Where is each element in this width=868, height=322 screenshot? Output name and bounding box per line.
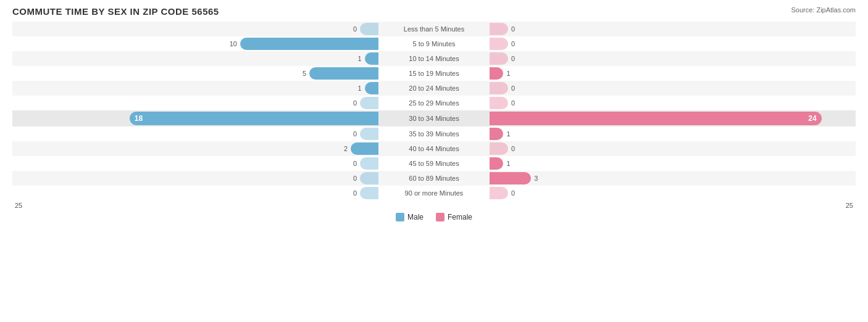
bar-male <box>360 157 378 170</box>
left-section: 0 <box>12 128 378 140</box>
bar-row: 240 to 44 Minutes0 <box>12 141 856 156</box>
bar-female <box>490 172 531 184</box>
row-label: Less than 5 Minutes <box>378 25 490 33</box>
legend-row: Male Female <box>12 213 856 221</box>
chart-area: 0Less than 5 Minutes0105 to 9 Minutes011… <box>12 22 856 200</box>
bar-female <box>490 97 508 109</box>
row-label: 40 to 44 Minutes <box>378 145 490 152</box>
left-section: 5 <box>12 67 378 80</box>
male-value: 5 <box>296 70 306 77</box>
bar-row: 110 to 14 Minutes0 <box>12 51 856 66</box>
legend-female-box <box>436 213 444 221</box>
bar-male <box>309 67 378 80</box>
bar-row: 090 or more Minutes0 <box>12 186 856 200</box>
bar-male <box>360 172 378 184</box>
female-value: 1 <box>506 130 516 138</box>
legend-female: Female <box>436 213 472 221</box>
bar-row: 105 to 9 Minutes0 <box>12 36 856 51</box>
bar-row: 0Less than 5 Minutes0 <box>12 22 856 36</box>
row-label: 5 to 9 Minutes <box>378 40 490 47</box>
bar-row: 120 to 24 Minutes0 <box>12 81 856 96</box>
legend-male-box <box>396 213 404 221</box>
male-value: 0 <box>347 189 357 197</box>
bar-female <box>490 82 508 94</box>
axis-right: 25 <box>846 202 853 209</box>
male-value: 0 <box>347 130 357 138</box>
left-section: 1 <box>12 82 378 94</box>
left-section: 0 <box>12 157 378 170</box>
female-value: 0 <box>511 25 521 33</box>
legend-male: Male <box>396 213 424 221</box>
male-value: 0 <box>347 25 357 33</box>
bar-row: 035 to 39 Minutes1 <box>12 126 856 141</box>
right-section: 0 <box>490 38 856 50</box>
left-section: 0 <box>12 97 378 109</box>
bar-female <box>490 67 503 80</box>
left-section: 0 <box>12 172 378 184</box>
bar-male <box>360 128 378 140</box>
bar-female <box>490 142 508 155</box>
bar-male <box>365 52 378 65</box>
row-label: 25 to 29 Minutes <box>378 99 490 107</box>
left-section: 2 <box>12 142 378 155</box>
bar-male <box>360 187 378 199</box>
left-section: 0 <box>12 23 378 35</box>
right-section: 3 <box>490 172 856 184</box>
bar-row: 060 to 89 Minutes3 <box>12 171 856 186</box>
right-section: 1 <box>490 128 856 140</box>
row-label: 90 or more Minutes <box>378 189 490 197</box>
right-section: 0 <box>490 97 856 109</box>
source-text: Source: ZipAtlas.com <box>791 6 856 14</box>
left-section: 0 <box>12 187 378 199</box>
axis-row: 25 25 <box>12 202 856 209</box>
male-value: 1 <box>352 85 362 92</box>
male-value: 10 <box>227 40 237 47</box>
right-section: 0 <box>490 23 856 35</box>
right-section: 0 <box>490 142 856 155</box>
chart-container: COMMUTE TIME BY SEX IN ZIP CODE 56565 So… <box>0 0 868 322</box>
bar-row: 1830 to 34 Minutes24 <box>12 110 856 126</box>
bar-female <box>490 38 508 50</box>
bar-female <box>490 157 503 170</box>
female-value: 1 <box>506 70 516 77</box>
male-value: 1 <box>352 55 362 62</box>
left-section: 1 <box>12 52 378 65</box>
chart-title: COMMUTE TIME BY SEX IN ZIP CODE 56565 <box>12 6 219 17</box>
female-value: 0 <box>511 85 521 92</box>
right-section: 1 <box>490 67 856 80</box>
bar-male <box>365 82 378 94</box>
right-section: 0 <box>490 82 856 94</box>
row-label: 15 to 19 Minutes <box>378 70 490 77</box>
male-value: 0 <box>347 175 357 182</box>
female-value: 0 <box>511 189 521 197</box>
bar-row: 515 to 19 Minutes1 <box>12 66 856 81</box>
row-label: 20 to 24 Minutes <box>378 85 490 92</box>
right-section: 1 <box>490 157 856 170</box>
female-value: 0 <box>511 55 521 62</box>
row-label: 35 to 39 Minutes <box>378 130 490 138</box>
bar-female <box>490 128 503 140</box>
right-section: 0 <box>490 52 856 65</box>
axis-left: 25 <box>15 202 22 209</box>
bar-male <box>240 38 378 50</box>
bar-male <box>360 97 378 109</box>
row-label: 60 to 89 Minutes <box>378 175 490 182</box>
bar-row: 045 to 59 Minutes1 <box>12 156 856 171</box>
row-label: 10 to 14 Minutes <box>378 55 490 62</box>
female-value: 0 <box>511 99 521 107</box>
female-value: 0 <box>511 145 521 152</box>
bar-row: 025 to 29 Minutes0 <box>12 96 856 110</box>
bar-female <box>490 52 508 65</box>
male-value: 0 <box>347 99 357 107</box>
legend-female-label: Female <box>448 213 472 221</box>
male-value: 2 <box>338 145 348 152</box>
legend-male-label: Male <box>407 213 424 221</box>
bar-male <box>360 23 378 35</box>
right-section: 0 <box>490 187 856 199</box>
left-section: 18 <box>12 112 378 125</box>
bar-female <box>490 23 508 35</box>
male-value: 0 <box>347 160 357 167</box>
row-label: 45 to 59 Minutes <box>378 160 490 167</box>
bar-male <box>351 142 378 155</box>
row-label: 30 to 34 Minutes <box>378 115 490 122</box>
